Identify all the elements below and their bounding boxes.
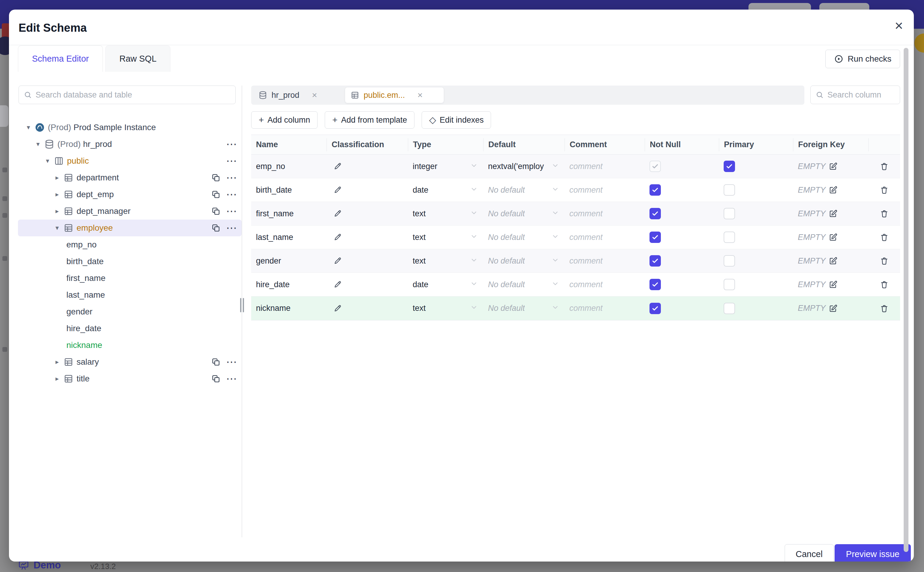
cancel-button[interactable]: Cancel [784, 544, 834, 561]
default-select[interactable]: No default [483, 209, 564, 219]
column-name[interactable]: last_name [251, 233, 327, 242]
chevron-right-icon[interactable]: ▸ [54, 191, 60, 198]
type-select[interactable]: integer [408, 162, 483, 171]
trash-icon[interactable] [880, 162, 889, 171]
tree-item-column-nickname[interactable]: nickname [18, 337, 242, 354]
not-null-checkbox[interactable] [650, 255, 661, 267]
trash-icon[interactable] [880, 209, 889, 218]
primary-checkbox[interactable] [724, 208, 735, 219]
edit-icon[interactable] [829, 209, 837, 218]
not-null-checkbox[interactable] [650, 303, 661, 314]
tree-item-table-dept-emp[interactable]: ▸ dept_emp ⋯ [18, 186, 242, 203]
tree-item-schema[interactable]: ▾ public ⋯ [18, 152, 242, 169]
column-name[interactable]: gender [251, 256, 327, 266]
classification-cell[interactable] [327, 233, 408, 242]
copy-icon[interactable] [211, 223, 221, 233]
comment-input[interactable]: comment [564, 185, 645, 195]
column-name[interactable]: emp_no [251, 162, 327, 171]
edit-icon[interactable] [829, 185, 837, 194]
chevron-right-icon[interactable]: ▸ [54, 174, 60, 182]
pencil-icon[interactable] [333, 280, 342, 289]
classification-cell[interactable] [327, 162, 408, 171]
classification-cell[interactable] [327, 256, 408, 265]
edit-icon[interactable] [829, 233, 837, 242]
preview-issue-button[interactable]: Preview issue [835, 544, 911, 561]
tree-item-table-salary[interactable]: ▸ salary ⋯ [18, 354, 242, 370]
not-null-checkbox[interactable] [650, 184, 661, 196]
classification-cell[interactable] [327, 185, 408, 194]
not-null-checkbox[interactable] [650, 232, 661, 243]
tree-item-column-last-name[interactable]: last_name [18, 287, 242, 303]
primary-checkbox[interactable] [724, 232, 735, 243]
trash-icon[interactable] [880, 304, 889, 313]
chevron-right-icon[interactable]: ▸ [54, 207, 60, 215]
comment-input[interactable]: comment [564, 280, 645, 289]
tree-item-instance[interactable]: ▾ (Prod) Prod Sample Instance [18, 119, 242, 136]
classification-cell[interactable] [327, 209, 408, 218]
comment-input[interactable]: comment [564, 256, 645, 266]
close-icon[interactable]: × [417, 90, 423, 100]
chevron-down-icon[interactable]: ▾ [35, 140, 41, 148]
pencil-icon[interactable] [333, 256, 342, 265]
editor-tab-public-employee[interactable]: public.em... × [345, 87, 444, 103]
trash-icon[interactable] [880, 256, 889, 265]
comment-input[interactable]: comment [564, 304, 645, 313]
modal-scrollbar[interactable] [904, 48, 908, 552]
default-select[interactable]: No default [483, 256, 564, 266]
type-select[interactable]: text [408, 232, 483, 242]
primary-checkbox[interactable] [724, 279, 735, 290]
tree-item-column-hire-date[interactable]: hire_date [18, 320, 242, 337]
type-select[interactable]: text [408, 256, 483, 266]
not-null-checkbox[interactable] [650, 279, 661, 290]
column-search-input[interactable] [828, 90, 895, 99]
edit-icon[interactable] [829, 280, 837, 289]
tree-item-column-first-name[interactable]: first_name [18, 270, 242, 287]
default-select[interactable]: No default [483, 185, 564, 195]
edit-indexes-button[interactable]: ◇ Edit indexes [422, 111, 491, 129]
trash-icon[interactable] [880, 280, 889, 289]
tree-item-table-department[interactable]: ▸ department ⋯ [18, 169, 242, 186]
tree-item-table-dept-manager[interactable]: ▸ dept_manager ⋯ [18, 203, 242, 219]
edit-icon[interactable] [829, 304, 837, 313]
chevron-down-icon[interactable]: ▾ [54, 224, 60, 232]
run-checks-button[interactable]: Run checks [825, 50, 900, 68]
editor-tab-hr-prod[interactable]: hr_prod × [253, 87, 343, 103]
primary-checkbox[interactable] [724, 161, 735, 172]
chevron-right-icon[interactable]: ▸ [54, 375, 60, 382]
primary-checkbox[interactable] [724, 303, 735, 314]
primary-checkbox[interactable] [724, 255, 735, 267]
tree-item-column-birth-date[interactable]: birth_date [18, 253, 242, 270]
classification-cell[interactable] [327, 304, 408, 313]
default-select[interactable]: No default [483, 232, 564, 242]
copy-icon[interactable] [211, 173, 221, 182]
copy-icon[interactable] [211, 374, 221, 384]
pencil-icon[interactable] [333, 162, 342, 171]
chevron-down-icon[interactable]: ▾ [44, 157, 51, 165]
pencil-icon[interactable] [333, 304, 342, 313]
default-select[interactable]: nextval('employ [483, 162, 564, 171]
copy-icon[interactable] [211, 190, 221, 199]
database-search-input[interactable] [36, 90, 231, 99]
column-name[interactable]: first_name [251, 209, 327, 218]
type-select[interactable]: date [408, 280, 483, 289]
tab-schema-editor[interactable]: Schema Editor [18, 45, 103, 72]
type-select[interactable]: text [408, 209, 483, 219]
panel-resize-handle[interactable] [239, 297, 245, 314]
comment-input[interactable]: comment [564, 162, 645, 171]
pencil-icon[interactable] [333, 185, 342, 194]
copy-icon[interactable] [211, 207, 221, 216]
pencil-icon[interactable] [333, 233, 342, 242]
close-icon[interactable]: × [895, 19, 903, 33]
close-icon[interactable]: × [312, 90, 317, 100]
type-select[interactable]: text [408, 303, 483, 313]
column-name[interactable]: hire_date [251, 280, 327, 289]
chevron-right-icon[interactable]: ▸ [54, 358, 60, 366]
comment-input[interactable]: comment [564, 233, 645, 242]
tree-item-database[interactable]: ▾ (Prod) hr_prod ⋯ [18, 136, 242, 152]
edit-icon[interactable] [829, 256, 837, 265]
add-from-template-button[interactable]: + Add from template [325, 111, 414, 129]
chevron-down-icon[interactable]: ▾ [25, 124, 32, 131]
trash-icon[interactable] [880, 233, 889, 242]
tree-item-table-title[interactable]: ▸ title ⋯ [18, 370, 242, 387]
not-null-checkbox[interactable] [650, 208, 661, 219]
